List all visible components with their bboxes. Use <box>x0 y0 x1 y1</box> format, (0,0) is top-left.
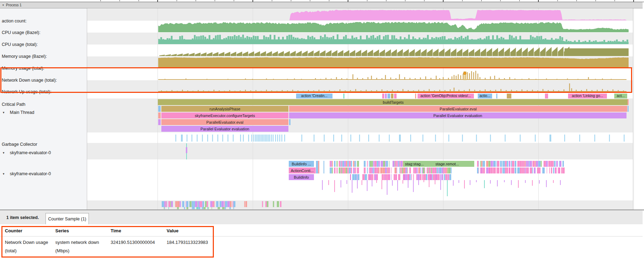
counter-chart-cpu-total[interactable] <box>568 41 569 42</box>
evaluator-slice[interactable] <box>369 174 371 180</box>
counter-chart-network-down[interactable] <box>301 79 302 80</box>
evaluator-slice[interactable] <box>418 180 419 185</box>
counter-chart-network-up[interactable] <box>490 90 491 92</box>
counter-chart-network-down[interactable] <box>514 78 516 80</box>
cpu-heavy-slice[interactable] <box>273 201 274 207</box>
counter-chart-network-up[interactable] <box>308 90 309 92</box>
counter-chart-cpu-total[interactable] <box>396 39 397 40</box>
evaluator-slice[interactable] <box>331 167 332 173</box>
evaluator-slice[interactable] <box>551 167 552 173</box>
gc-slice[interactable] <box>359 135 360 142</box>
cpu-heavy-slice[interactable] <box>197 201 197 207</box>
cpu-heavy-slice[interactable] <box>214 201 215 207</box>
counter-chart-cpu-total[interactable] <box>427 35 429 40</box>
cpu-heavy-slice[interactable] <box>187 207 188 209</box>
cpu-heavy-slice[interactable] <box>233 201 236 207</box>
counter-chart-network-up[interactable] <box>558 90 559 92</box>
evaluator-slice[interactable] <box>353 167 355 173</box>
evaluator-slice[interactable] <box>497 167 499 173</box>
cpu-heavy-slice[interactable] <box>182 201 184 207</box>
counter-chart-network-down[interactable] <box>273 79 274 80</box>
counter-chart-network-up[interactable] <box>408 90 409 92</box>
cpu-heavy-slice[interactable] <box>180 201 181 207</box>
counter-chart-network-down[interactable] <box>415 78 416 80</box>
evaluator-slice[interactable] <box>433 174 435 180</box>
critical-path-slice[interactable] <box>343 94 344 98</box>
counter-chart-network-up[interactable] <box>439 90 440 92</box>
evaluator-slice[interactable] <box>381 161 383 167</box>
evaluator-slice[interactable] <box>357 174 358 180</box>
evaluator-slice[interactable] <box>497 180 498 186</box>
evaluator-slice[interactable] <box>497 161 499 167</box>
counter-chart-cpu-total[interactable] <box>383 36 385 40</box>
evaluator-slice[interactable] <box>410 174 411 180</box>
gc-slice[interactable] <box>448 135 449 142</box>
evaluator-slice[interactable] <box>374 161 374 167</box>
counter-chart-network-up[interactable] <box>413 90 414 92</box>
evaluator-slice[interactable] <box>440 180 441 190</box>
counter-chart-cpu-total[interactable] <box>536 36 538 40</box>
evaluator-slice[interactable] <box>449 174 451 180</box>
evaluator-slice[interactable] <box>414 167 416 173</box>
evaluator-slice[interactable] <box>511 167 512 173</box>
gc-slice[interactable] <box>227 135 229 142</box>
counter-chart-network-up[interactable] <box>418 90 419 92</box>
evaluator-slice[interactable] <box>493 167 493 173</box>
cpu-heavy-slice[interactable] <box>265 201 267 207</box>
counter-chart-network-up[interactable] <box>271 90 272 92</box>
counter-chart-network-up[interactable] <box>345 90 346 92</box>
counter-chart-cpu-total[interactable] <box>328 37 330 40</box>
evaluator-slice[interactable] <box>398 161 398 167</box>
evaluator-slice[interactable] <box>420 167 421 173</box>
evaluator-slice[interactable] <box>458 180 459 183</box>
counter-chart-network-up[interactable] <box>245 90 246 92</box>
evaluator-slice[interactable] <box>420 174 421 180</box>
evaluator-slice[interactable] <box>515 167 517 173</box>
counter-chart-cpu-total[interactable] <box>227 36 229 40</box>
evaluator-slice[interactable] <box>544 161 546 167</box>
evaluator-slice[interactable] <box>446 167 447 173</box>
counter-chart-network-up[interactable] <box>360 90 362 92</box>
gc-slice[interactable] <box>255 135 256 142</box>
counter-chart-cpu-total[interactable] <box>230 36 231 39</box>
evaluator-slice[interactable] <box>503 167 505 173</box>
evaluator-slice[interactable] <box>316 161 318 173</box>
counter-chart-cpu-total[interactable] <box>584 41 586 42</box>
evaluator-slice[interactable] <box>530 161 532 167</box>
evaluator-slice[interactable] <box>480 161 481 167</box>
evaluator-slice[interactable] <box>403 174 405 180</box>
cpu-heavy-slice[interactable] <box>225 201 226 207</box>
counter-chart-cpu-total[interactable] <box>337 34 338 39</box>
counter-chart-cpu-total[interactable] <box>456 38 458 40</box>
gc-slice[interactable] <box>279 135 280 142</box>
counter-chart-cpu-total[interactable] <box>400 36 401 40</box>
evaluator-slice[interactable] <box>481 161 482 167</box>
evaluator-slice[interactable] <box>339 161 341 167</box>
counter-chart-network-up[interactable] <box>618 90 619 92</box>
counter-chart-network-down[interactable] <box>368 77 369 80</box>
evaluator-slice[interactable] <box>490 161 492 167</box>
counter-chart-cpu-total[interactable] <box>312 36 313 40</box>
counter-chart-cpu-total[interactable] <box>274 35 275 40</box>
evaluator-slice[interactable] <box>352 174 354 180</box>
evaluator-slice[interactable] <box>346 180 347 184</box>
gc-slice[interactable] <box>197 135 198 142</box>
evaluator-slice[interactable] <box>372 167 373 173</box>
counter-chart-cpu-total[interactable] <box>578 40 580 42</box>
counter-chart-cpu-total[interactable] <box>435 37 437 40</box>
evaluator-slice[interactable] <box>511 161 512 167</box>
counter-chart-network-up[interactable] <box>324 90 325 92</box>
evaluator-slice[interactable] <box>389 161 389 167</box>
evaluator-slice[interactable] <box>341 161 342 167</box>
counter-chart-network-down[interactable] <box>158 79 626 80</box>
counter-chart-cpu-total[interactable] <box>454 37 456 40</box>
evaluator-slice[interactable] <box>372 180 372 186</box>
cpu-heavy-slice[interactable] <box>177 201 180 207</box>
gc-slice[interactable] <box>240 135 241 142</box>
counter-chart-network-down[interactable] <box>528 78 530 80</box>
gc-slice[interactable] <box>268 135 269 142</box>
evaluator-slice[interactable] <box>424 174 426 180</box>
counter-chart-cpu-total[interactable] <box>255 36 257 40</box>
counter-chart-network-up[interactable] <box>229 90 230 92</box>
counter-chart-cpu-total[interactable] <box>448 39 450 40</box>
